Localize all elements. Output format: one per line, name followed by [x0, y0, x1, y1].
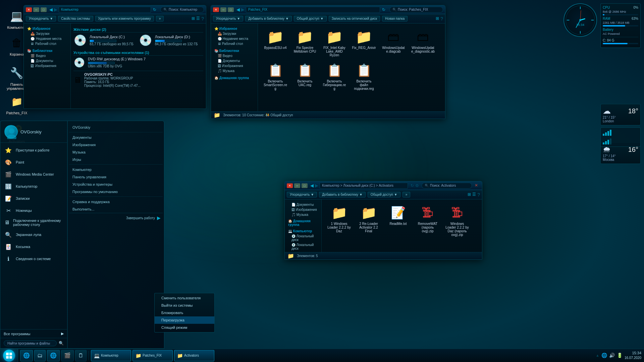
tray-clock[interactable]: 15:34 16.07.2020 [625, 351, 641, 360]
sr-item-1[interactable]: Документы [69, 134, 163, 141]
file-spectre[interactable]: 📁 Fix Spectre Meltdown CPU [291, 27, 318, 58]
ctx-lock[interactable]: Блокировать [155, 309, 214, 316]
file-winupdate-cab[interactable]: 🗃 WindowsUpdate.diagcab [380, 27, 407, 58]
start-item-0[interactable]: ⭐ Приступая к работе [0, 144, 67, 156]
view-icon-act[interactable]: ⊞ [468, 192, 471, 197]
sr-item-2[interactable]: Изображения [69, 141, 163, 148]
forward-icon-patches[interactable]: ▶ [241, 7, 245, 12]
file-removewat[interactable]: 🗜 RemoveWAT (пароль ovg).zip [414, 203, 441, 238]
search-computer[interactable]: 🔍 Поиск: Компьютер [160, 7, 204, 13]
sr-item-6[interactable]: Панель управления [69, 173, 163, 181]
sidebar-video[interactable]: 🎬 Видео [25, 53, 69, 58]
ctx-restart[interactable]: Перезагрузка [155, 316, 214, 324]
view2-icon[interactable]: ☰ [196, 16, 200, 21]
sr-item-9[interactable]: Справка и поддержка [69, 198, 163, 205]
start-search-input[interactable]: Найти программы и файлы [4, 340, 57, 346]
sb-video-p[interactable]: 🎬 Видео [212, 53, 256, 58]
file-smartscreen[interactable]: 📋 Включить SmartScreen.reg [262, 61, 289, 92]
sr-item-4[interactable]: Игры [69, 156, 163, 163]
taskbar-notes[interactable]: 🗒 [75, 350, 87, 361]
settings-icon-act[interactable]: ⚙ [415, 183, 419, 188]
min-btn-activators[interactable]: ─ [294, 183, 300, 188]
sr-item-10[interactable]: Выполнить... [69, 205, 163, 213]
sr-item-7[interactable]: Устройства и принтеры [69, 181, 163, 188]
file-winupdate-diag[interactable]: 🗃 WindowsUpdate_diagnostic.ab [410, 27, 436, 58]
drive-c[interactable]: 💿 Локальный Диск (C:) 83,7 ГБ свободно и… [73, 34, 133, 47]
sb-docs-act[interactable]: 📄 Документы [286, 202, 320, 207]
max-btn-activators[interactable]: □ [302, 183, 308, 188]
forward-icon[interactable]: ▶ [54, 7, 57, 12]
sidebar-recent[interactable]: 🕒 Недавние места [25, 36, 69, 41]
organize-btn-patches[interactable]: Упорядочить ▼ [213, 16, 243, 21]
search-patches[interactable]: 🔍 Поиск: Patches_FIX [389, 7, 443, 13]
start-item-9[interactable]: ℹ Сведения о системе [0, 253, 67, 265]
max-btn-patches[interactable]: □ [228, 7, 234, 12]
start-item-7[interactable]: 🔍 Экранная лупа [0, 229, 67, 241]
sidebar-images[interactable]: 🖼 Изображения [25, 63, 69, 68]
back-icon-act[interactable]: ◀ [310, 183, 314, 188]
sb-local-c-act[interactable]: 💿 Локальный диск [286, 234, 320, 242]
path-computer[interactable]: Компьютер [59, 7, 151, 13]
sidebar-downloads[interactable]: 📥 Загрузки [25, 31, 69, 36]
close-btn-computer[interactable]: ✕ [26, 7, 32, 12]
share-btn-act[interactable]: Общий доступ ▼ [368, 192, 400, 197]
view2-icon-act[interactable]: ☰ [472, 192, 476, 197]
sb-downloads-p[interactable]: 📥 Загрузки [212, 31, 256, 36]
sysinfo-btn[interactable]: Свойства системы [58, 16, 93, 21]
sb-images-act[interactable]: 🖼 Изображения [286, 207, 320, 212]
burn-btn[interactable]: Записать на оптический диск [329, 16, 380, 21]
file-bypassesu[interactable]: 📁 BypassESU-v4 [262, 27, 289, 58]
taskbar-chrome[interactable]: 🌐 [47, 350, 60, 361]
ctx-logout[interactable]: Выйти из системы [155, 302, 214, 309]
start-item-4[interactable]: 📝 Записки [0, 192, 67, 204]
sr-item-8[interactable]: Программы по умолчанию [69, 188, 163, 195]
sr-item-5[interactable]: Компьютер [69, 166, 163, 173]
start-item-8[interactable]: 🃏 Косынка [0, 241, 67, 253]
shutdown-label[interactable]: Завершить работу [126, 216, 155, 220]
start-item-1[interactable]: 🎨 Paint [0, 156, 67, 168]
file-pagefile[interactable]: 📋 Включить файл подкачки.reg [351, 61, 377, 92]
sb-recent-p[interactable]: 🕒 Недавние места [212, 36, 256, 41]
sb-desktop-p[interactable]: 🖥 Рабочий стол [212, 41, 256, 46]
start-item-3[interactable]: 🔢 Калькулятор [0, 180, 67, 192]
back-icon-patches[interactable]: ◀ [236, 7, 240, 12]
sidebar-desktop[interactable]: 🖥 Рабочий стол [25, 41, 69, 46]
file-reloader[interactable]: 📁 2 Re-Loader Activator 2.2 Final [355, 203, 382, 238]
view-icon[interactable]: ⊞ [192, 16, 195, 21]
all-programs-btn[interactable]: Все программы ▶ [4, 331, 64, 337]
refresh-icon-patches[interactable]: ↻ [382, 7, 387, 12]
refresh-icon-act[interactable]: ↻ [411, 183, 414, 188]
help-icon-patches[interactable]: ? [440, 16, 443, 21]
sb-images-p[interactable]: 🖼 Изображения [212, 63, 256, 68]
start-item-5[interactable]: ✂ Ножницы [0, 204, 67, 217]
taskbar-computer-window[interactable]: 💻 Компьютер [91, 350, 131, 361]
more-btn[interactable]: » [156, 16, 164, 21]
add-lib-btn[interactable]: Добавить в библиотеку ▼ [245, 16, 292, 21]
sr-item-0[interactable]: OVGorskiy [69, 124, 163, 131]
organize-btn[interactable]: Упорядочить ▼ [26, 16, 56, 21]
file-intel[interactable]: 📁 FIX_Intel Kaby Lake_AMD Ryzen [321, 27, 348, 58]
tray-show-btn[interactable]: ▲ [596, 353, 599, 357]
file-uac[interactable]: 📋 Включить UAC.reg [291, 61, 318, 92]
taskbar-wmc[interactable]: 🎬 [61, 350, 74, 361]
min-btn-patches[interactable]: ─ [220, 7, 226, 12]
help-icon[interactable]: ? [201, 16, 204, 21]
file-reg-anivir[interactable]: 📁 Fix_REG_Anivir [351, 27, 377, 58]
start-item-6[interactable]: 🖥 Подключение к удалённому рабочему стол… [0, 217, 67, 229]
sb-docs-p[interactable]: 📄 Документы [212, 58, 256, 63]
sr-item-3[interactable]: Музыка [69, 148, 163, 156]
sidebar-docs[interactable]: 📄 Документы [25, 58, 69, 63]
drive-d[interactable]: 💿 Локальный Диск (D:) 84,3 ГБ свободно и… [139, 34, 198, 47]
close-icon-act-bar[interactable]: ✕ [475, 183, 480, 188]
file-readme[interactable]: 📝 ReadMe.txt [385, 203, 412, 238]
more-btn-act[interactable]: » [402, 192, 411, 197]
shutdown-arrow-btn[interactable]: ▶ [157, 215, 161, 221]
search-activators[interactable]: 🔍 Поиск: Activators [422, 183, 472, 189]
close-btn-patches[interactable]: ✕ [213, 7, 219, 12]
back-icon[interactable]: ◀ [49, 7, 53, 12]
sb-music-p[interactable]: 🎵 Музыка [212, 68, 256, 73]
sb-local-d-act[interactable]: 💿 Локальный диск [286, 242, 320, 251]
taskbar-ie[interactable]: 🌐 [20, 350, 33, 361]
help-icon-act[interactable]: ? [477, 192, 480, 197]
share-btn[interactable]: Общий доступ ▼ [294, 16, 327, 21]
